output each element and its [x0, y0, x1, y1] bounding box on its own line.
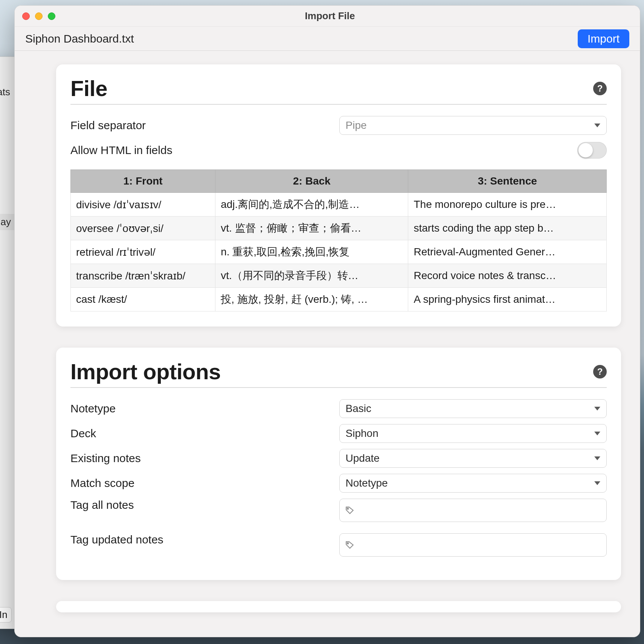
cell-sentence: starts coding the app step b…: [408, 217, 607, 240]
chevron-down-icon: [594, 432, 600, 435]
field-separator-label: Field separator: [70, 119, 328, 132]
tag-all-notes-label: Tag all notes: [70, 499, 328, 511]
field-separator-value: Pipe: [346, 119, 367, 131]
traffic-lights: [22, 12, 55, 20]
existing-notes-select[interactable]: Update: [339, 449, 607, 468]
cell-sentence: Record voice notes & transc…: [408, 264, 607, 288]
import-button[interactable]: Import: [578, 29, 629, 48]
cell-back: vt.（用不同的录音手段）转…: [215, 264, 408, 288]
table-row: divisive /dɪˈvaɪsɪv/ adj.离间的,造成不合的,制造… T…: [71, 193, 607, 217]
match-scope-label: Match scope: [70, 477, 328, 490]
field-separator-select[interactable]: Pipe: [339, 116, 607, 135]
preview-table: 1: Front 2: Back 3: Sentence divisive /d…: [70, 169, 607, 311]
allow-html-label: Allow HTML in fields: [70, 144, 328, 157]
toggle-knob: [578, 143, 593, 157]
existing-notes-value: Update: [346, 452, 380, 464]
table-row: oversee /ˈoʊvərˌsi/ vt. 监督；俯瞰；审查；偷看… sta…: [71, 217, 607, 240]
content-scroll[interactable]: File ? Field separator Pipe Allow HTML i…: [15, 51, 640, 637]
chevron-down-icon: [594, 407, 600, 411]
next-card-peek: [56, 601, 621, 612]
tag-updated-notes-label: Tag updated notes: [70, 533, 328, 546]
tag-icon: [345, 540, 355, 550]
chevron-down-icon: [594, 456, 600, 460]
minimize-icon[interactable]: [35, 12, 43, 20]
cell-front: oversee /ˈoʊvərˌsi/: [71, 217, 215, 240]
file-card: File ? Field separator Pipe Allow HTML i…: [56, 64, 621, 327]
col-front-header: 1: Front: [71, 170, 215, 193]
tag-icon: [345, 505, 355, 515]
help-icon[interactable]: ?: [593, 365, 607, 378]
bg-button[interactable]: In: [0, 607, 12, 623]
svg-point-0: [347, 508, 348, 509]
col-back-header: 2: Back: [215, 170, 408, 193]
cell-sentence: The monorepo culture is pre…: [408, 193, 607, 217]
tag-all-notes-input[interactable]: [339, 499, 607, 522]
svg-point-1: [347, 543, 348, 544]
table-row: transcribe /trænˈskraɪb/ vt.（用不同的录音手段）转……: [71, 264, 607, 288]
cell-back: adj.离间的,造成不合的,制造…: [215, 193, 408, 217]
window-title: Import File: [55, 10, 604, 22]
zoom-icon[interactable]: [48, 12, 55, 20]
cell-front: retrieval /rɪˈtrivəl/: [71, 240, 215, 264]
notetype-value: Basic: [346, 403, 371, 415]
filename-label: Siphon Dashboard.txt: [25, 32, 134, 45]
col-sentence-header: 3: Sentence: [408, 170, 607, 193]
file-heading: File: [70, 76, 107, 101]
cell-sentence: A spring-physics first animat…: [408, 288, 607, 311]
notetype-select[interactable]: Basic: [339, 399, 607, 418]
import-options-card: Import options ? Notetype Basic Deck Sip…: [56, 348, 621, 580]
cell-front: transcribe /trænˈskraɪb/: [71, 264, 215, 288]
tag-updated-notes-input[interactable]: [339, 533, 607, 557]
toolbar: Siphon Dashboard.txt Import: [15, 27, 640, 51]
cell-front: divisive /dɪˈvaɪsɪv/: [71, 193, 215, 217]
allow-html-toggle[interactable]: [577, 142, 607, 159]
chevron-down-icon: [594, 481, 600, 485]
match-scope-value: Notetype: [346, 477, 388, 489]
cell-sentence: Retrieval-Augmented Gener…: [408, 240, 607, 264]
existing-notes-label: Existing notes: [70, 452, 328, 465]
deck-select[interactable]: Siphon: [339, 424, 607, 443]
chevron-down-icon: [594, 124, 600, 127]
notetype-label: Notetype: [70, 402, 328, 415]
titlebar: Import File: [15, 6, 640, 27]
table-row: cast /kæst/ 投, 施放, 投射, 赶 (verb.); 铸, … A…: [71, 288, 607, 311]
import-file-window: Import File Siphon Dashboard.txt Import …: [14, 5, 640, 637]
cell-back: n. 重获,取回,检索,挽回,恢复: [215, 240, 408, 264]
deck-label: Deck: [70, 427, 328, 440]
match-scope-select[interactable]: Notetype: [339, 474, 607, 493]
cell-front: cast /kæst/: [71, 288, 215, 311]
close-icon[interactable]: [22, 12, 30, 20]
help-icon[interactable]: ?: [593, 82, 607, 95]
deck-value: Siphon: [346, 427, 378, 440]
cell-back: 投, 施放, 投射, 赶 (verb.); 铸, …: [215, 288, 408, 311]
cell-back: vt. 监督；俯瞰；审查；偷看…: [215, 217, 408, 240]
table-row: retrieval /rɪˈtrivəl/ n. 重获,取回,检索,挽回,恢复 …: [71, 240, 607, 264]
import-options-heading: Import options: [70, 359, 221, 384]
